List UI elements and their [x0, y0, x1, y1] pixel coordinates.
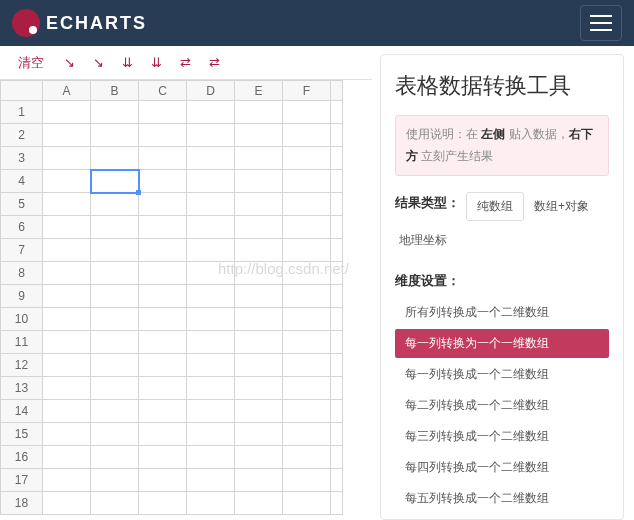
cell[interactable] — [139, 423, 187, 446]
cell[interactable] — [187, 170, 235, 193]
cell[interactable] — [139, 285, 187, 308]
cell[interactable] — [43, 147, 91, 170]
cell[interactable] — [91, 193, 139, 216]
col-header[interactable]: B — [91, 81, 139, 101]
cell[interactable] — [139, 170, 187, 193]
cell[interactable] — [91, 354, 139, 377]
dimension-option[interactable]: 所有列转换成一个二维数组 — [395, 298, 609, 327]
dimension-option[interactable]: 每一列转换成一个二维数组 — [395, 360, 609, 389]
cell[interactable] — [139, 101, 187, 124]
dimension-option[interactable]: 每六列转换成一个二维数组 — [395, 515, 609, 520]
row-header[interactable]: 18 — [1, 492, 43, 515]
cell[interactable] — [283, 216, 331, 239]
row-header[interactable]: 13 — [1, 377, 43, 400]
cell[interactable] — [283, 469, 331, 492]
menu-button[interactable] — [580, 5, 622, 41]
cell[interactable] — [139, 469, 187, 492]
cell[interactable] — [43, 354, 91, 377]
cell[interactable] — [235, 124, 283, 147]
row-header[interactable]: 5 — [1, 193, 43, 216]
brand-logo[interactable]: ECHARTS — [12, 9, 147, 37]
cell[interactable] — [235, 423, 283, 446]
cell[interactable] — [283, 331, 331, 354]
cell[interactable] — [283, 492, 331, 515]
cell[interactable] — [187, 147, 235, 170]
cell[interactable] — [91, 262, 139, 285]
cell[interactable] — [235, 216, 283, 239]
cell[interactable] — [283, 101, 331, 124]
cell[interactable] — [43, 308, 91, 331]
cell[interactable] — [91, 285, 139, 308]
cell[interactable] — [235, 285, 283, 308]
row-header[interactable]: 16 — [1, 446, 43, 469]
cell[interactable] — [187, 124, 235, 147]
cell[interactable] — [235, 354, 283, 377]
cell[interactable] — [187, 101, 235, 124]
cell[interactable] — [91, 124, 139, 147]
cell[interactable] — [139, 147, 187, 170]
cell[interactable] — [235, 400, 283, 423]
cell[interactable] — [43, 377, 91, 400]
col-header[interactable]: D — [187, 81, 235, 101]
cell[interactable] — [283, 262, 331, 285]
cell[interactable] — [235, 331, 283, 354]
cell[interactable] — [139, 262, 187, 285]
type-option-array[interactable]: 纯数组 — [466, 192, 524, 221]
row-header[interactable]: 12 — [1, 354, 43, 377]
cell[interactable] — [139, 400, 187, 423]
cell[interactable] — [283, 170, 331, 193]
cell[interactable] — [283, 377, 331, 400]
cell[interactable] — [43, 101, 91, 124]
cell[interactable] — [187, 469, 235, 492]
cell[interactable] — [43, 400, 91, 423]
row-header[interactable]: 6 — [1, 216, 43, 239]
dimension-option[interactable]: 每三列转换成一个二维数组 — [395, 422, 609, 451]
cell[interactable] — [91, 170, 139, 193]
col-header[interactable]: E — [235, 81, 283, 101]
cell[interactable] — [235, 262, 283, 285]
cell[interactable] — [43, 331, 91, 354]
cell[interactable] — [139, 492, 187, 515]
cell[interactable] — [187, 331, 235, 354]
cell[interactable] — [235, 193, 283, 216]
cell[interactable] — [43, 492, 91, 515]
cell[interactable] — [139, 193, 187, 216]
cell[interactable] — [187, 492, 235, 515]
col-header[interactable]: A — [43, 81, 91, 101]
dimension-option[interactable]: 每一列转换为一个一维数组 — [395, 329, 609, 358]
cell[interactable] — [235, 469, 283, 492]
cell[interactable] — [187, 377, 235, 400]
row-header[interactable]: 3 — [1, 147, 43, 170]
dimension-option[interactable]: 每四列转换成一个二维数组 — [395, 453, 609, 482]
cell[interactable] — [235, 492, 283, 515]
cell[interactable] — [187, 285, 235, 308]
cell[interactable] — [91, 331, 139, 354]
cell[interactable] — [43, 469, 91, 492]
type-option-geo[interactable]: 地理坐标 — [395, 227, 451, 254]
cell[interactable] — [187, 216, 235, 239]
cell[interactable] — [43, 423, 91, 446]
arrow-down-icon[interactable]: ⇊ — [114, 51, 141, 74]
type-option-array-obj[interactable]: 数组+对象 — [530, 193, 593, 220]
clear-button[interactable]: 清空 — [8, 50, 54, 76]
cell[interactable] — [139, 354, 187, 377]
arrow-swap-icon[interactable]: ⇄ — [172, 51, 199, 74]
cell[interactable] — [91, 239, 139, 262]
cell[interactable] — [139, 216, 187, 239]
cell[interactable] — [187, 400, 235, 423]
cell[interactable] — [91, 308, 139, 331]
cell[interactable] — [283, 308, 331, 331]
arrow-diag2-icon[interactable]: ↘ — [85, 51, 112, 74]
cell[interactable] — [43, 216, 91, 239]
cell[interactable] — [91, 377, 139, 400]
arrow-diag-icon[interactable]: ↘ — [56, 51, 83, 74]
cell[interactable] — [43, 285, 91, 308]
cell[interactable] — [139, 331, 187, 354]
cell[interactable] — [283, 193, 331, 216]
cell[interactable] — [283, 423, 331, 446]
cell[interactable] — [235, 101, 283, 124]
cell[interactable] — [187, 193, 235, 216]
dimension-option[interactable]: 每五列转换成一个二维数组 — [395, 484, 609, 513]
cell[interactable] — [139, 308, 187, 331]
cell[interactable] — [139, 377, 187, 400]
